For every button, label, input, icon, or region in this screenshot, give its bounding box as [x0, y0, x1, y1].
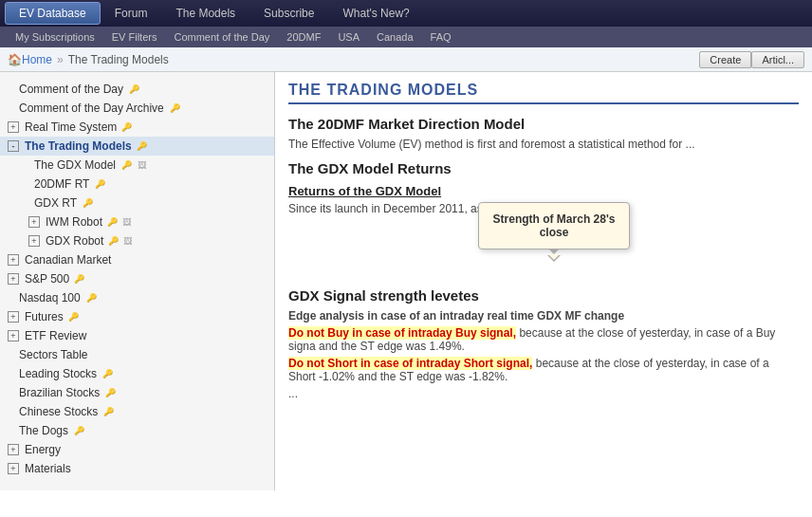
key-icon-5: 🔑 [121, 160, 132, 170]
section2-subtitle: Returns of the GDX Model [288, 184, 799, 198]
sidebar-label: Real Time System [25, 120, 117, 134]
gdx-section: Since its launch in December 2011, as o … [288, 202, 799, 278]
key-icon-14: 🔑 [105, 388, 116, 397]
expand-icon-7: + [8, 311, 19, 323]
sidebar-item-sp500[interactable]: + S&P 500 🔑 [0, 269, 274, 288]
key-icon-6: 🔑 [95, 179, 105, 189]
sidebar-item-leading-stocks[interactable]: Leading Stocks 🔑 [0, 364, 274, 383]
sidebar-item-canadian-market[interactable]: + Canadian Market [0, 250, 274, 269]
nav-whats-new[interactable]: What's New? [328, 2, 423, 25]
sidebar-item-iwm-robot[interactable]: + IWM Robot 🔑 🖼 [0, 212, 274, 231]
image-icon-2: 🖼 [122, 217, 131, 227]
create-button[interactable]: Create [699, 51, 751, 68]
sidebar-label: The Dogs [19, 424, 68, 437]
sec-nav-20dmf[interactable]: 20DMF [279, 29, 328, 45]
nav-forum[interactable]: Forum [101, 2, 162, 25]
image-icon: 🖼 [138, 160, 146, 170]
sidebar: Comment of the Day 🔑 Comment of the Day … [0, 72, 275, 490]
sidebar-item-materials[interactable]: + Materials [0, 459, 274, 478]
top-navigation: EV Database Forum The Models Subscribe W… [0, 0, 812, 27]
tooltip-text: Strength of March 28's close [493, 212, 616, 239]
sidebar-item-comment-of-day[interactable]: Comment of the Day 🔑 [0, 80, 274, 99]
sidebar-label: Comment of the Day [19, 83, 123, 96]
action-buttons: Create Articl... [699, 51, 804, 68]
ellipsis: ... [288, 387, 799, 400]
sec-nav-faq[interactable]: FAQ [423, 29, 459, 45]
sidebar-label: The GDX Model [34, 158, 116, 172]
key-icon-3: 🔑 [121, 122, 132, 132]
home-icon: 🏠 [8, 53, 22, 66]
sidebar-item-energy[interactable]: + Energy [0, 440, 274, 459]
sidebar-label: IWM Robot [46, 215, 102, 229]
sidebar-label: Brazilian Stocks [19, 386, 100, 399]
sidebar-item-etf-review[interactable]: + ETF Review [0, 326, 274, 345]
key-icon-7: 🔑 [83, 198, 93, 208]
sec-nav-my-subscriptions[interactable]: My Subscriptions [8, 29, 102, 45]
breadcrumb: 🏠 Home » The Trading Models [8, 53, 169, 66]
expand-icon-3: + [28, 216, 40, 228]
breadcrumb-home[interactable]: Home [22, 53, 52, 66]
line1-highlight: Do not Buy in case of intraday Buy signa… [288, 326, 516, 340]
expand-icon-8: + [8, 330, 19, 342]
key-icon-9: 🔑 [108, 236, 119, 246]
tooltip-arrow-inner [548, 254, 560, 260]
main-layout: Comment of the Day 🔑 Comment of the Day … [0, 72, 812, 490]
expand-icon-9: + [8, 444, 19, 455]
breadcrumb-separator: » [57, 53, 64, 66]
tooltip-arrow [547, 255, 561, 262]
sidebar-label: 20DMF RT [34, 177, 89, 191]
sidebar-item-futures[interactable]: + Futures 🔑 [0, 307, 274, 326]
edge-line2: Do not Short in case of intraday Short s… [288, 357, 799, 383]
sidebar-item-gdx-model[interactable]: The GDX Model 🔑 🖼 [0, 156, 274, 175]
article-button[interactable]: Articl... [751, 51, 804, 68]
section2-title: The GDX Model Returns [288, 160, 799, 176]
sidebar-item-real-time-system[interactable]: + Real Time System 🔑 [0, 118, 274, 137]
expand-icon-10: + [8, 463, 19, 474]
sidebar-item-brazilian-stocks[interactable]: Brazilian Stocks 🔑 [0, 383, 274, 402]
secondary-navigation: My Subscriptions EV Filters Comment of t… [0, 27, 812, 47]
edge-title: Edge analysis in case of an intraday rea… [288, 309, 799, 323]
page-title: THE TRADING MODELS [288, 82, 799, 104]
tooltip-balloon: Strength of March 28's close [478, 202, 630, 249]
sidebar-label: S&P 500 [25, 272, 69, 286]
nav-the-models[interactable]: The Models [161, 2, 249, 25]
sidebar-item-nasdaq[interactable]: Nasdaq 100 🔑 [0, 288, 274, 307]
sidebar-item-trading-models[interactable]: - The Trading Models 🔑 [0, 137, 274, 156]
edge-line1: Do not Buy in case of intraday Buy signa… [288, 326, 799, 353]
sec-nav-canada[interactable]: Canada [369, 29, 421, 45]
content-area: THE TRADING MODELS The 20DMF Market Dire… [275, 72, 812, 490]
sidebar-label: Chinese Stocks [19, 405, 98, 418]
sidebar-label: Futures [25, 310, 64, 323]
key-icon-11: 🔑 [86, 293, 97, 303]
sidebar-item-20dmf-rt[interactable]: 20DMF RT 🔑 [0, 175, 274, 194]
sidebar-label: Comment of the Day Archive [19, 102, 164, 115]
sidebar-label: Leading Stocks [19, 367, 97, 380]
sidebar-label: Energy [25, 443, 61, 456]
section1-desc: The Effective Volume (EV) method is firs… [288, 138, 799, 151]
sidebar-item-gdx-rt[interactable]: GDX RT 🔑 [0, 194, 274, 212]
sec-nav-comment-of-day[interactable]: Comment of the Day [166, 29, 277, 45]
section3-title: GDX Signal strength levetes [288, 287, 799, 304]
sidebar-item-the-dogs[interactable]: The Dogs 🔑 [0, 421, 274, 440]
sidebar-item-chinese-stocks[interactable]: Chinese Stocks 🔑 [0, 402, 274, 421]
expand-icon-5: + [8, 254, 19, 266]
sidebar-label: Materials [25, 462, 71, 475]
sidebar-label: Nasdaq 100 [19, 291, 81, 305]
sidebar-label: GDX RT [34, 196, 77, 210]
sidebar-label: The Trading Models [25, 139, 132, 153]
expand-icon: + [8, 121, 19, 133]
key-icon-13: 🔑 [102, 369, 113, 379]
key-icon-8: 🔑 [107, 217, 118, 227]
sidebar-item-gdx-robot[interactable]: + GDX Robot 🔑 🖼 [0, 231, 274, 250]
nav-subscribe[interactable]: Subscribe [249, 2, 328, 25]
key-icon-15: 🔑 [103, 407, 114, 416]
nav-ev-database[interactable]: EV Database [5, 2, 101, 25]
sidebar-item-comment-archive[interactable]: Comment of the Day Archive 🔑 [0, 99, 274, 118]
section1-title: The 20DMF Market Direction Model [288, 116, 799, 132]
sidebar-label: Canadian Market [25, 253, 111, 267]
sidebar-label: Sectors Table [19, 348, 88, 361]
line2-highlight: Do not Short in case of intraday Short s… [288, 357, 532, 370]
sec-nav-ev-filters[interactable]: EV Filters [104, 29, 165, 45]
sec-nav-usa[interactable]: USA [330, 29, 367, 45]
sidebar-item-sectors-table[interactable]: Sectors Table [0, 345, 274, 364]
